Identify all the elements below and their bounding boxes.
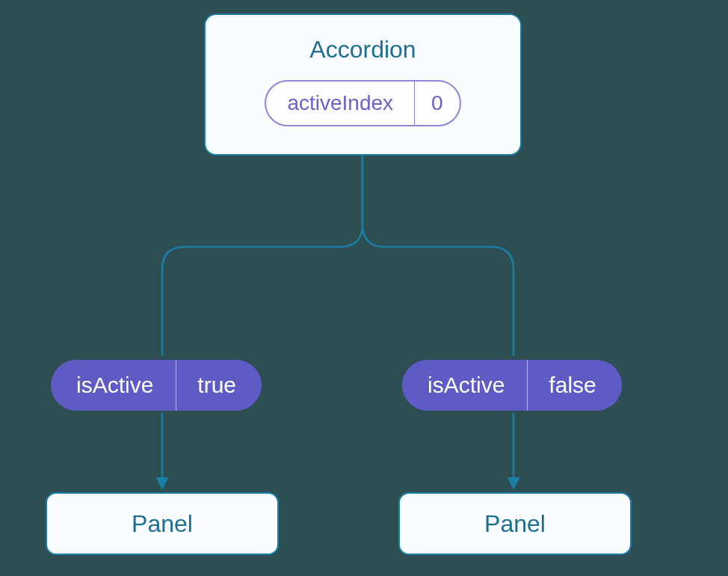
panel-label: Panel: [484, 510, 546, 538]
accordion-component-box: Accordion activeIndex 0: [204, 13, 522, 156]
prop-name: isActive: [51, 360, 176, 411]
prop-value: true: [176, 360, 262, 411]
accordion-title: Accordion: [309, 36, 416, 64]
prop-pill-isactive-left: isActive true: [51, 360, 262, 411]
prop-value: false: [527, 360, 621, 411]
prop-pill-isactive-right: isActive false: [402, 360, 622, 411]
panel-component-box-right: Panel: [398, 492, 632, 555]
state-pill-activeindex: activeIndex 0: [265, 80, 460, 126]
state-value: 0: [414, 82, 460, 125]
state-name: activeIndex: [266, 82, 414, 125]
panel-label: Panel: [132, 510, 193, 538]
panel-component-box-left: Panel: [46, 492, 279, 555]
prop-name: isActive: [402, 360, 527, 411]
